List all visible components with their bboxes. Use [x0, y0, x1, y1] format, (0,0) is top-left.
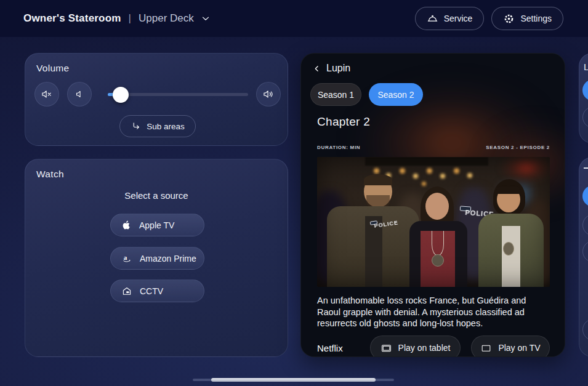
- provider-label: Netflix: [317, 343, 370, 353]
- chevron-down-icon: [200, 13, 211, 24]
- watch-panel: Watch Select a source Apple TV a Amazon …: [25, 159, 288, 357]
- service-label: Service: [444, 14, 473, 23]
- service-button[interactable]: Service: [415, 7, 485, 30]
- play-on-tablet-label: Play on tablet: [398, 343, 451, 353]
- back-button[interactable]: Lupin: [312, 63, 350, 74]
- media-bottom-row: Netflix Play on tablet Play on TV: [317, 336, 551, 357]
- top-bar: Owner's Stateroom | Upper Deck Service S…: [0, 0, 588, 37]
- app-window: Owner's Stateroom | Upper Deck Service S…: [0, 0, 588, 386]
- sub-areas-button[interactable]: Sub areas: [119, 115, 196, 137]
- volume-panel-title: Volume: [36, 63, 70, 74]
- source-amazon-prime-label: Amazon Prime: [140, 254, 196, 263]
- watch-panel-title: Watch: [36, 169, 64, 180]
- sub-areas-label: Sub areas: [147, 122, 185, 131]
- tab-season-2[interactable]: Season 2: [369, 83, 423, 106]
- source-amazon-prime-button[interactable]: a Amazon Prime: [110, 247, 204, 270]
- partial-panel-bottom: [579, 157, 588, 357]
- episode-description: An unfathomable loss rocks France, but G…: [317, 295, 551, 329]
- service-bell-icon: [427, 13, 438, 25]
- mute-button[interactable]: [34, 82, 59, 107]
- partial-circle-button[interactable]: [582, 185, 588, 207]
- source-cctv-label: CCTV: [140, 286, 163, 296]
- room-title-separator: |: [129, 12, 131, 25]
- speaker-low-icon: [74, 89, 85, 100]
- partial-circle-button[interactable]: [582, 214, 588, 236]
- volume-up-button[interactable]: [256, 82, 281, 107]
- gear-icon: [503, 13, 515, 25]
- tab-season-2-label: Season 2: [377, 90, 414, 100]
- partial-circle-button[interactable]: [582, 241, 588, 262]
- room-title: Owner's Stateroom: [23, 12, 121, 25]
- tablet-icon: [381, 342, 392, 354]
- topbar-actions: Service Settings: [415, 7, 563, 30]
- horizontal-scrollbar-thumb[interactable]: [211, 378, 376, 382]
- episode-still-image: POLICE POLICE: [317, 157, 550, 287]
- media-title: Lupin: [326, 63, 350, 74]
- partial-panel-top-label: L: [584, 62, 588, 72]
- source-cctv-button[interactable]: CCTV: [110, 279, 204, 302]
- season-episode-label: SEASON 2 - EPISODE 2: [486, 145, 550, 150]
- volume-slider[interactable]: [108, 93, 248, 96]
- source-apple-tv-button[interactable]: Apple TV: [110, 214, 204, 236]
- room-subtitle: Upper Deck: [139, 12, 194, 25]
- partial-circle-button[interactable]: [582, 79, 588, 101]
- amazon-icon: a: [121, 253, 132, 264]
- svg-text:a: a: [124, 253, 127, 260]
- partial-circle-button[interactable]: [582, 107, 588, 128]
- apple-icon: [121, 220, 132, 230]
- select-source-prompt: Select a source: [25, 190, 288, 201]
- settings-label: Settings: [520, 14, 552, 23]
- play-on-tv-button[interactable]: Play on TV: [471, 336, 550, 357]
- volume-slider-thumb[interactable]: [113, 87, 129, 103]
- duration-label: DURATION: MIN: [317, 145, 360, 150]
- chevron-left-icon: [312, 64, 321, 73]
- tab-season-1[interactable]: Season 1: [310, 83, 361, 106]
- speaker-mute-icon: [41, 88, 53, 100]
- partial-circle-button[interactable]: [582, 319, 588, 340]
- image-vignette: [317, 157, 550, 287]
- partial-panel-top: L: [579, 53, 588, 143]
- play-on-tv-label: Play on TV: [498, 343, 540, 353]
- episode-title: Chapter 2: [317, 115, 370, 129]
- settings-button[interactable]: Settings: [491, 7, 563, 30]
- speaker-high-icon: [262, 88, 275, 100]
- room-selector[interactable]: Owner's Stateroom | Upper Deck: [23, 12, 211, 25]
- tv-icon: [480, 342, 492, 354]
- source-apple-tv-label: Apple TV: [139, 220, 174, 230]
- tab-season-1-label: Season 1: [318, 90, 354, 100]
- volume-panel: Volume Sub areas: [25, 53, 288, 146]
- cctv-home-icon: [121, 286, 132, 297]
- media-panel: Lupin Season 1 Season 2 Chapter 2 DURATI…: [300, 53, 565, 357]
- partial-label-fragment: [584, 167, 588, 169]
- episode-meta-row: DURATION: MIN SEASON 2 - EPISODE 2: [317, 145, 550, 150]
- volume-down-button[interactable]: [67, 82, 92, 107]
- play-on-tablet-button[interactable]: Play on tablet: [370, 336, 461, 357]
- branch-arrow-icon: [131, 121, 142, 132]
